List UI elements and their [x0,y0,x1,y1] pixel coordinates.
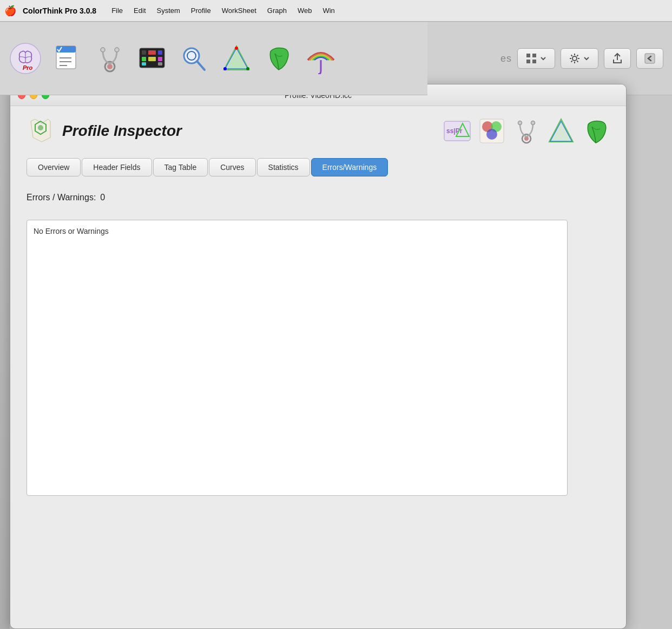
svg-rect-35 [645,54,655,63]
svg-point-28 [246,67,249,70]
svg-point-8 [107,64,113,69]
inspector-header-right: ss|Pr [443,117,610,145]
errors-message: No Errors or Warnings [34,227,109,235]
stethoscope-toolbar-icon[interactable] [91,40,129,77]
svg-rect-18 [142,62,146,65]
svg-point-47 [518,121,522,125]
svg-point-44 [486,129,497,140]
svg-rect-32 [526,60,530,63]
leaf-toolbar-icon[interactable] [260,40,298,77]
menu-file[interactable]: File [106,4,128,17]
tabs-container: Overview Header Fields Tag Table Curves … [27,158,610,176]
tab-header-fields[interactable]: Header Fields [82,158,151,176]
leaf-tool-button[interactable] [582,117,610,145]
svg-point-27 [223,67,227,70]
menu-web[interactable]: Web [292,4,318,17]
svg-rect-33 [532,60,536,63]
umbrella-toolbar-icon[interactable] [302,40,340,77]
inspector-title: Profile Inspector [62,122,182,140]
gear-button[interactable] [561,48,598,69]
toolbar: Pro [0,22,427,95]
svg-point-10 [115,48,119,52]
svg-rect-30 [526,54,530,57]
errors-count: 0 [100,193,105,202]
tab-curves[interactable]: Curves [209,158,255,176]
svg-point-34 [572,56,577,61]
app-logo-icon[interactable]: Pro [6,40,44,77]
tab-overview[interactable]: Overview [27,158,81,176]
svg-rect-16 [148,57,156,61]
svg-rect-15 [142,57,146,61]
tab-tag-table[interactable]: Tag Table [153,158,208,176]
inspector-header: Profile Inspector ss|Pr [27,117,610,145]
apple-menu[interactable]: 🍎 [4,5,16,17]
profile-inspector-icon [27,117,55,145]
color-tool-button[interactable] [478,117,506,145]
errors-label: Errors / Warnings: [27,193,96,202]
svg-rect-13 [148,50,156,55]
svg-rect-14 [158,50,162,55]
gamut-tool-button[interactable] [547,117,575,145]
svg-point-37 [38,125,43,130]
svg-text:Pro: Pro [23,64,33,71]
toolbar-right-label: es [500,53,512,64]
errors-box: No Errors or Warnings [27,220,568,496]
menu-edit[interactable]: Edit [128,4,151,17]
menu-graph[interactable]: Graph [262,4,292,17]
menubar: 🍎 ColorThink Pro 3.0.8 File Edit System … [0,0,672,22]
menu-win[interactable]: Win [317,4,340,17]
film-toolbar-icon[interactable] [133,40,171,77]
svg-rect-12 [142,50,146,55]
tab-errors-warnings[interactable]: Errors/Warnings [311,158,388,176]
svg-rect-17 [158,57,162,61]
left-stripe [0,84,10,629]
checklist-toolbar-icon[interactable] [49,40,87,77]
inspector-header-left: Profile Inspector [27,117,182,145]
stethoscope-tool-button[interactable] [512,117,541,145]
search-toolbar-icon[interactable] [175,40,213,77]
app-name: ColorThink Pro 3.0.8 [23,6,96,15]
menu-worksheet[interactable]: WorkSheet [216,4,262,17]
gamut-toolbar-icon[interactable] [218,40,255,77]
main-window: Profile: VideoHD.icc Profile Inspector [10,84,627,629]
back-button[interactable] [636,48,663,69]
grid-button[interactable] [517,48,555,69]
menu-system[interactable]: System [151,4,186,17]
svg-point-9 [101,48,105,52]
svg-line-21 [197,61,205,70]
window-content: Profile Inspector ss|Pr [10,106,626,512]
svg-point-48 [531,121,535,125]
menu-profile[interactable]: Profile [186,4,216,17]
ss-pr-tool-button[interactable]: ss|Pr [443,117,471,145]
svg-rect-31 [532,54,536,57]
share-button[interactable] [604,48,631,69]
svg-rect-19 [158,62,162,65]
svg-point-26 [235,47,238,50]
errors-warnings-content: Errors / Warnings: 0 No Errors or Warnin… [27,187,610,501]
tab-statistics[interactable]: Statistics [257,158,310,176]
